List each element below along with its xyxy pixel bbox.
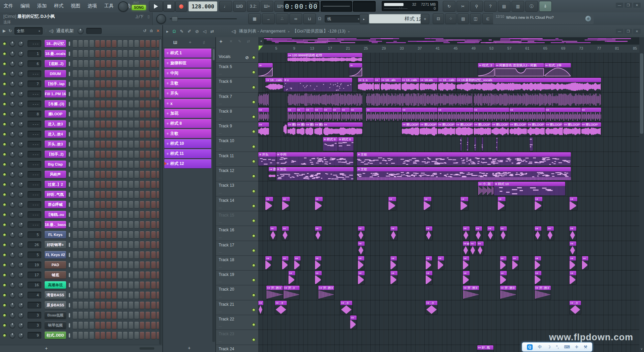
clip[interactable]: ↦ 开..效3 [535, 286, 551, 299]
step-cell[interactable] [78, 131, 83, 138]
channel-button[interactable]: 18.最..ocals [45, 50, 66, 57]
step-cell[interactable] [78, 50, 83, 57]
step-cell[interactable] [84, 292, 88, 299]
step-cell[interactable] [118, 101, 122, 108]
step-cell[interactable] [106, 261, 111, 269]
step-cell[interactable] [73, 101, 77, 108]
track-options-dots[interactable]: ⋯ [219, 221, 222, 224]
step-cell[interactable] [101, 221, 105, 228]
track-lane[interactable]: ↦↦↦↦↦↦↦↦↦↦↦↦↦↦↦↦ [258, 107, 639, 122]
clip[interactable]: ↦ [477, 241, 484, 255]
step-cell[interactable] [123, 231, 127, 238]
step-cell[interactable] [78, 322, 83, 329]
pan-knob[interactable] [10, 51, 15, 57]
channel-mute-indicator[interactable] [69, 162, 70, 167]
step-cell[interactable] [90, 272, 94, 279]
step-cell[interactable] [129, 60, 133, 67]
step-cell[interactable] [151, 161, 156, 168]
step-cell[interactable] [118, 261, 122, 269]
channel-mute-indicator[interactable] [69, 333, 70, 338]
step-cell[interactable] [135, 171, 139, 178]
mute-mode-icon[interactable]: ◁ [203, 29, 206, 34]
rack-play-icon[interactable]: ▶ [3, 28, 6, 33]
channel-mute-indicator[interactable] [69, 62, 70, 66]
step-cell[interactable] [123, 282, 127, 289]
step-cell[interactable] [118, 121, 122, 128]
step-cell[interactable] [135, 181, 139, 188]
step-cell[interactable] [84, 191, 88, 198]
step-cell[interactable] [140, 292, 144, 299]
step-cell[interactable] [84, 171, 88, 178]
menu-item-5[interactable]: 视图 [67, 0, 84, 9]
track-lane[interactable]: ↦ [258, 315, 639, 330]
step-cell[interactable] [95, 221, 100, 228]
step-cell[interactable] [90, 101, 94, 108]
clip[interactable]: ↦ [282, 226, 289, 240]
step-cell[interactable] [146, 151, 150, 158]
step-cell[interactable] [146, 171, 150, 178]
step-cell[interactable] [78, 70, 83, 77]
channel-button[interactable]: Big Clap [45, 161, 66, 168]
volume-knob[interactable] [18, 262, 23, 268]
clip[interactable]: ↦ [438, 108, 473, 121]
step-cell[interactable] [129, 91, 133, 98]
pl-maximize-button[interactable]: ❐ [625, 29, 632, 34]
step-cell[interactable] [84, 261, 88, 269]
track-header[interactable]: Track 12⋯ [216, 167, 258, 181]
channel-number-box[interactable]: --- [28, 141, 41, 148]
step-cell[interactable] [106, 302, 111, 309]
clip[interactable]: ↦ [474, 108, 509, 121]
step-cell[interactable] [101, 111, 105, 118]
step-cell[interactable] [78, 231, 83, 238]
channel-number-box[interactable]: 2 [28, 302, 41, 308]
step-cell[interactable] [78, 302, 83, 309]
ime-tools-icon[interactable]: ⚒ [584, 345, 587, 349]
clip[interactable]: ↦ [332, 108, 341, 121]
step-cell[interactable] [151, 131, 156, 138]
volume-knob[interactable] [18, 302, 23, 308]
clip[interactable] [283, 122, 287, 136]
clip[interactable]: ↦ 群..喊 [269, 167, 276, 180]
step-cell[interactable] [151, 171, 156, 178]
channel-number-box[interactable]: --- [28, 40, 41, 47]
step-cell[interactable] [112, 91, 116, 98]
step-cell[interactable] [90, 292, 94, 299]
step-cell[interactable] [151, 211, 156, 218]
channel-number-box[interactable]: 26 [28, 241, 41, 248]
pan-knob[interactable] [10, 222, 15, 228]
step-cell[interactable] [112, 191, 116, 198]
step-cell[interactable] [90, 332, 94, 339]
step-cell[interactable] [90, 282, 94, 289]
channel-number-box[interactable]: --- [28, 211, 41, 218]
step-cell[interactable] [151, 121, 156, 128]
clip[interactable]: ≡ 加花 [276, 167, 354, 180]
step-cell[interactable] [95, 151, 100, 158]
step-cell[interactable] [84, 151, 88, 158]
channel-led[interactable] [3, 303, 7, 307]
step-cell[interactable] [118, 201, 122, 208]
channel-filter-dropdown[interactable]: 全部▸ [14, 27, 43, 35]
step-cell[interactable] [118, 40, 122, 47]
step-cell[interactable] [106, 161, 111, 168]
step-cell[interactable] [73, 80, 77, 87]
step-cell[interactable] [135, 50, 139, 57]
clip[interactable]: ↦ [463, 226, 470, 240]
channel-mute-indicator[interactable] [69, 233, 70, 237]
step-cell[interactable] [140, 282, 144, 289]
step-cell[interactable] [123, 111, 127, 118]
step-cell[interactable] [112, 251, 116, 258]
step-cell[interactable] [140, 50, 144, 57]
track-options-dots[interactable]: ⋯ [219, 280, 222, 284]
clip[interactable] [530, 137, 533, 151]
step-cell[interactable] [101, 302, 105, 309]
volume-knob[interactable] [18, 333, 23, 338]
step-cell[interactable] [123, 131, 127, 138]
clip[interactable]: ↦ [545, 108, 581, 121]
step-cell[interactable] [95, 70, 100, 77]
step-cell[interactable] [146, 221, 150, 228]
step-cell[interactable] [101, 161, 105, 168]
clip[interactable]: ↦ [512, 256, 519, 270]
clip[interactable]: ↦ [265, 197, 273, 210]
channel-button[interactable]: 进入..效4 [45, 130, 66, 138]
clip[interactable]: ↦ 好..氛 [477, 345, 494, 352]
